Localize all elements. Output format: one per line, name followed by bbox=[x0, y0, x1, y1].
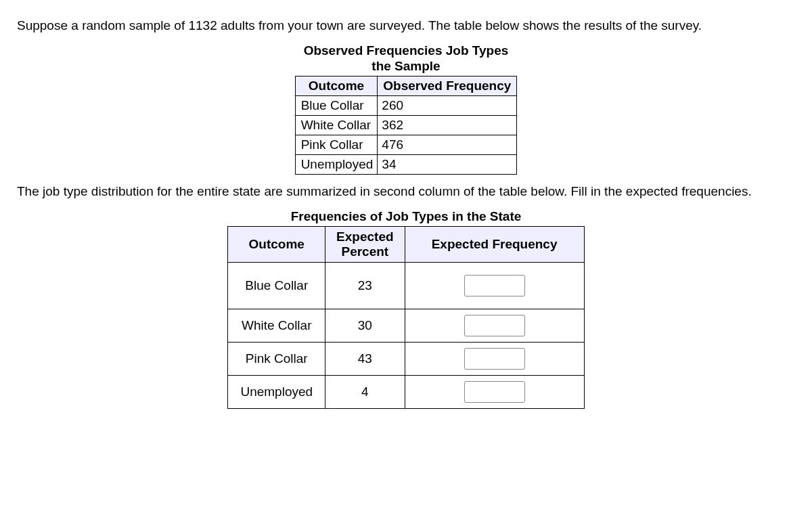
observed-cell: 34 bbox=[378, 155, 517, 175]
expected-frequency-input[interactable] bbox=[464, 315, 525, 336]
table-row: Pink Collar 476 bbox=[295, 135, 517, 155]
frequency-cell bbox=[405, 342, 584, 375]
observed-cell: 260 bbox=[378, 96, 517, 116]
header-line: Percent bbox=[341, 244, 388, 259]
table1-caption-line1: Observed Frequencies Job Types bbox=[304, 43, 509, 58]
percent-cell: 4 bbox=[325, 375, 405, 408]
header-expected-percent: Expected Percent bbox=[325, 226, 405, 262]
table-row: Blue Collar 260 bbox=[295, 96, 517, 116]
header-outcome: Outcome bbox=[228, 226, 325, 262]
frequency-cell bbox=[405, 262, 584, 309]
frequency-cell bbox=[405, 309, 584, 342]
header-outcome: Outcome bbox=[295, 76, 378, 96]
mid-paragraph: The job type distribution for the entire… bbox=[17, 183, 795, 200]
percent-cell: 43 bbox=[325, 342, 405, 375]
table-row: Unemployed 4 bbox=[228, 375, 584, 408]
outcome-cell: Pink Collar bbox=[228, 342, 325, 375]
table-row: Pink Collar 43 bbox=[228, 342, 584, 375]
table-row: White Collar 362 bbox=[295, 116, 517, 135]
header-observed-frequency: Observed Frequency bbox=[378, 76, 517, 96]
table-row: Blue Collar 23 bbox=[228, 262, 584, 309]
observed-cell: 362 bbox=[378, 116, 517, 135]
table-header-row: Outcome Expected Percent Expected Freque… bbox=[228, 226, 584, 262]
outcome-cell: Unemployed bbox=[295, 155, 378, 175]
table-row: White Collar 30 bbox=[228, 309, 584, 342]
outcome-cell: Blue Collar bbox=[228, 262, 325, 309]
outcome-cell: White Collar bbox=[228, 309, 325, 342]
table-header-row: Outcome Observed Frequency bbox=[295, 76, 517, 96]
outcome-cell: Unemployed bbox=[228, 375, 325, 408]
observed-cell: 476 bbox=[378, 135, 517, 155]
table1-caption-line2: the Sample bbox=[371, 59, 440, 73]
outcome-cell: White Collar bbox=[295, 116, 378, 135]
frequency-cell bbox=[405, 375, 584, 408]
expected-frequency-input[interactable] bbox=[464, 348, 525, 370]
expected-frequency-table: Outcome Expected Percent Expected Freque… bbox=[227, 226, 584, 409]
table-row: Unemployed 34 bbox=[295, 155, 517, 175]
observed-frequency-table: Outcome Observed Frequency Blue Collar 2… bbox=[295, 76, 518, 175]
intro-paragraph: Suppose a random sample of 1132 adults f… bbox=[17, 17, 795, 35]
percent-cell: 23 bbox=[325, 262, 405, 309]
outcome-cell: Pink Collar bbox=[295, 135, 378, 155]
table1-caption: Observed Frequencies Job Types the Sampl… bbox=[17, 43, 795, 75]
expected-frequency-input[interactable] bbox=[464, 275, 525, 297]
percent-cell: 30 bbox=[325, 309, 405, 342]
header-line: Expected bbox=[336, 229, 393, 244]
expected-frequency-input[interactable] bbox=[464, 381, 525, 403]
header-expected-frequency: Expected Frequency bbox=[405, 226, 584, 262]
outcome-cell: Blue Collar bbox=[295, 96, 378, 116]
table2-caption: Frequencies of Job Types in the State bbox=[17, 208, 795, 225]
